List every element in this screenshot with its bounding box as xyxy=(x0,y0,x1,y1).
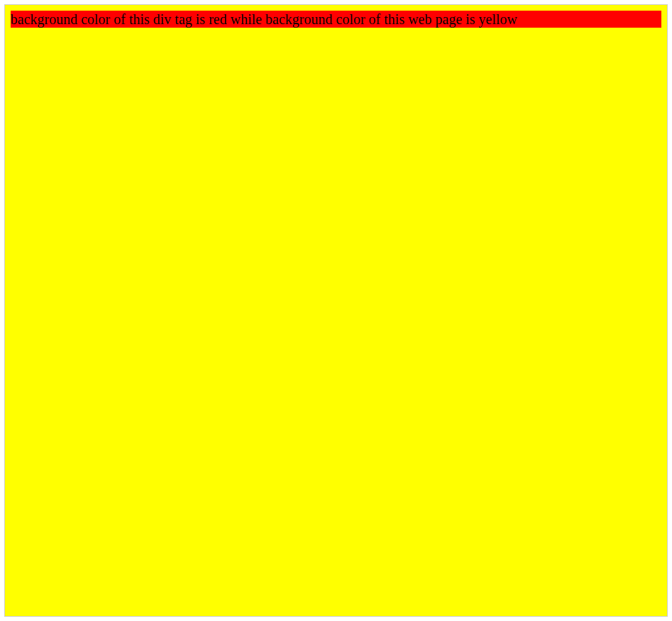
red-info-box: background color of this div tag is red … xyxy=(11,11,661,28)
viewport-frame: background color of this div tag is red … xyxy=(0,0,672,621)
page-body: background color of this div tag is red … xyxy=(4,4,668,617)
